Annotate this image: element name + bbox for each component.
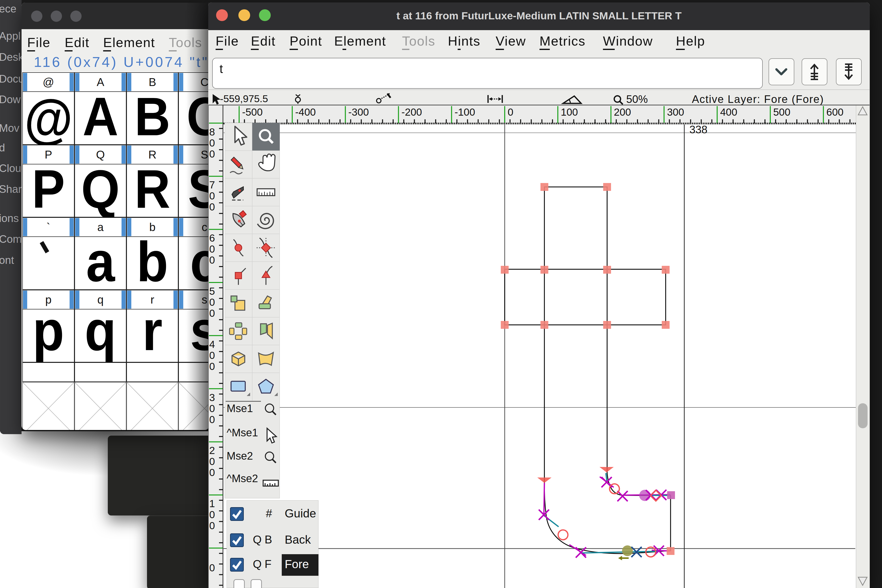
svg-text:0: 0 <box>209 350 215 361</box>
svg-text:0: 0 <box>209 509 215 520</box>
svg-text:-400: -400 <box>295 106 316 118</box>
svg-text:-300: -300 <box>348 106 369 118</box>
svg-text:50%: 50% <box>626 93 648 105</box>
svg-text:0: 0 <box>209 562 215 573</box>
svg-text:0: 0 <box>209 148 215 160</box>
svg-text:0: 0 <box>209 190 215 202</box>
svg-text:Mse1: Mse1 <box>226 402 253 414</box>
svg-text:0: 0 <box>209 456 215 467</box>
svg-text:600: 600 <box>826 106 843 118</box>
svg-text:0: 0 <box>209 308 215 319</box>
svg-text:200: 200 <box>614 106 631 118</box>
svg-text:-200: -200 <box>401 106 422 118</box>
svg-text:4: 4 <box>209 339 215 350</box>
svg-text:300: 300 <box>667 106 684 118</box>
svg-text:0: 0 <box>209 254 215 266</box>
svg-text:400: 400 <box>720 106 737 118</box>
svg-text:100: 100 <box>561 106 578 118</box>
svg-text:8: 8 <box>209 126 215 138</box>
svg-text:0: 0 <box>209 403 215 414</box>
svg-text:0: 0 <box>209 201 215 213</box>
svg-text:6: 6 <box>209 232 215 244</box>
svg-text:0: 0 <box>209 520 215 531</box>
svg-text:1: 1 <box>209 498 215 509</box>
svg-text:5: 5 <box>209 285 215 297</box>
svg-text:Active Layer: Fore (Fore): Active Layer: Fore (Fore) <box>692 93 824 105</box>
svg-text:0: 0 <box>209 467 215 478</box>
svg-text:-559,975.5: -559,975.5 <box>220 93 268 104</box>
svg-text:0: 0 <box>508 106 513 118</box>
svg-text:3: 3 <box>209 392 215 403</box>
svg-text:-500: -500 <box>242 106 262 118</box>
svg-text:7: 7 <box>209 179 215 190</box>
svg-text:^Mse2: ^Mse2 <box>226 472 258 484</box>
svg-text:0: 0 <box>209 243 215 255</box>
svg-text:0: 0 <box>209 297 215 308</box>
svg-text:0: 0 <box>209 361 215 372</box>
svg-text:500: 500 <box>773 106 790 118</box>
svg-text:Mse2: Mse2 <box>226 450 253 462</box>
svg-text:2: 2 <box>209 445 215 456</box>
svg-text:338: 338 <box>689 123 707 135</box>
svg-text:-100: -100 <box>454 106 475 118</box>
svg-text:0: 0 <box>209 414 215 425</box>
svg-text:0: 0 <box>209 137 215 149</box>
svg-text:^Mse1: ^Mse1 <box>226 426 258 438</box>
